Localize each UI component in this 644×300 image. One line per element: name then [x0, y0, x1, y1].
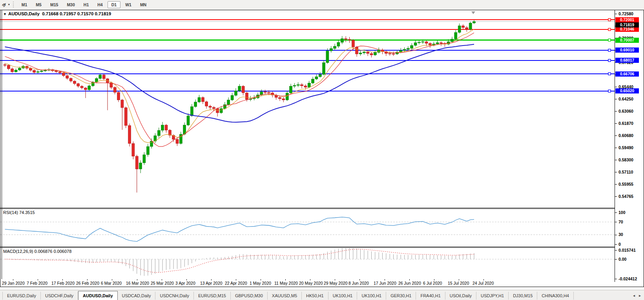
price-tick-label: 0.54765 — [618, 194, 633, 199]
axis-tick — [615, 14, 617, 14]
chart-tab-ger30-h1[interactable]: GER30,H1 — [386, 292, 416, 300]
price-tick-label: 0.60680 — [618, 133, 633, 138]
chart-tab-xauusd-m5[interactable]: XAUUSD,M5 — [268, 292, 302, 300]
chart-tabs: EURUSD,DailyUSDCHF,DailyAUDUSD,DailyUSDC… — [2, 291, 574, 300]
time-axis-tick — [385, 279, 385, 280]
chart-ohlc: 0.71668 0.71957 0.71570 0.71819 — [42, 11, 111, 16]
level-price-label: 0.68017 — [615, 58, 639, 63]
toolbar-grip[interactable] — [13, 2, 15, 7]
date-label: 17 Jun 2020 — [374, 281, 396, 285]
axis-tick — [615, 99, 617, 99]
macd-tick-label: 0.00 — [618, 257, 626, 262]
time-axis[interactable]: 29 Jan 20207 Feb 202017 Feb 202026 Feb 2… — [0, 279, 644, 287]
macd-label: MACD(12,26,9) 0.006876 0.006078 — [3, 249, 71, 254]
macd-tick-label: -0.024412 — [618, 276, 637, 282]
date-label: 29 Jan 2020 — [2, 281, 25, 285]
chart-tab-fra40-h1[interactable]: FRA40,H1 — [416, 292, 445, 300]
chart-tab-usoil-daily[interactable]: USOil,Daily — [445, 292, 476, 300]
axis-tick — [615, 244, 617, 245]
chart-tab-usdcad-daily[interactable]: USDCAD,Daily — [118, 292, 156, 300]
dropdown-caret-icon[interactable]: ▾ — [8, 3, 10, 6]
timeframe-buttons: M1M5M15M30H1H4D1W1MN — [17, 1, 151, 8]
pitchfork-tool-icon[interactable]: ⋔ — [1, 1, 8, 8]
date-label: 25 Mar 2020 — [151, 281, 174, 285]
drawing-tool-group[interactable]: ⋔ ▾ — [0, 0, 12, 9]
axis-tick — [615, 160, 617, 160]
date-label: 20 May 2020 — [299, 281, 323, 285]
tab-scroll-right-icon[interactable]: ▸ — [639, 293, 641, 298]
date-label: 1 May 2020 — [250, 281, 271, 285]
axis-tick — [615, 148, 617, 148]
mt4-window: ⋔ ▾ M1M5M15M30H1H4D1W1MN ▼AUDUSD,Daily 0… — [0, 0, 644, 300]
time-axis-tick — [13, 279, 13, 280]
price-axis[interactable]: 0.725800.713900.702000.690100.678200.666… — [615, 10, 644, 282]
date-label: 22 Apr 2020 — [225, 281, 247, 285]
time-axis-tick — [459, 279, 459, 280]
time-axis-tick — [310, 279, 310, 280]
rsi-tick-label: 0 — [618, 242, 621, 247]
level-price-label: 0.69010 — [615, 48, 639, 53]
chart-symbol: AUDUSD,Daily — [8, 11, 40, 16]
tab-scroll-buttons: ◂ ▸ — [633, 293, 641, 298]
chart-tab-dj30-m15[interactable]: DJ30,M15 — [509, 292, 537, 300]
date-label: 7 Feb 2020 — [27, 281, 47, 285]
tab-scroll-left-icon[interactable]: ◂ — [633, 293, 635, 298]
rsi-tick-label: 100 — [618, 210, 626, 215]
time-axis-tick — [335, 279, 335, 280]
price-tick-label: 0.58300 — [618, 157, 633, 163]
axis-tick — [615, 135, 617, 136]
timeframe-button-m1[interactable]: M1 — [18, 1, 31, 8]
chart-tab-uk100-h1[interactable]: UK100,H1 — [357, 292, 386, 300]
timeframe-button-h1[interactable]: H1 — [80, 1, 93, 8]
rsi-pane[interactable]: RSI(14) 74.3515 — [0, 209, 615, 247]
chart-tab-gbpusd-m30[interactable]: GBPUSD,M30 — [231, 292, 268, 300]
axis-tick — [615, 184, 617, 185]
chart-tab-usdcnh-daily[interactable]: USDCNH,Daily — [155, 292, 194, 300]
chart-tab-china300-h4[interactable]: CHINA300,H4 — [537, 292, 574, 300]
time-axis-tick — [434, 279, 434, 280]
candlestick-chart[interactable] — [0, 10, 615, 208]
chart-tab-usdchf-daily[interactable]: USDCHF,Daily — [41, 292, 78, 300]
timeframe-button-w1[interactable]: W1 — [121, 1, 135, 8]
price-chart-pane[interactable]: ▼AUDUSD,Daily 0.71668 0.71957 0.71570 0.… — [0, 10, 615, 208]
time-axis-tick — [211, 279, 212, 280]
time-axis-tick — [409, 279, 410, 280]
rsi-tick-label: 70 — [618, 220, 623, 225]
level-price-label: 0.70007 — [615, 38, 639, 43]
macd-pane[interactable]: MACD(12,26,9) 0.006876 0.006078 — [0, 248, 615, 279]
chart-tab-uk100-h1[interactable]: UK100,H1 — [328, 292, 358, 300]
date-label: 6 Mar 2020 — [101, 281, 122, 285]
chart-window: ▼AUDUSD,Daily 0.71668 0.71957 0.71570 0.… — [0, 10, 644, 287]
date-label: 26 Feb 2020 — [76, 281, 99, 285]
timeframe-button-m15[interactable]: M15 — [46, 1, 62, 8]
macd-tick-label: 0.015741 — [618, 248, 636, 253]
current-price-label: 0.71819 — [615, 22, 639, 27]
timeframe-button-d1[interactable]: D1 — [108, 1, 120, 8]
axis-tick — [615, 87, 617, 87]
time-axis-tick — [261, 279, 261, 280]
timeframe-button-m30[interactable]: M30 — [63, 1, 78, 8]
rsi-tick-label: 30 — [618, 232, 623, 237]
level-price-label: 0.66706 — [615, 71, 639, 77]
chart-tab-eurusd-daily[interactable]: EURUSD,Daily — [2, 292, 41, 300]
macd-chart[interactable] — [0, 248, 615, 279]
axis-tick — [615, 123, 617, 124]
timeframe-button-m5[interactable]: M5 — [32, 1, 46, 8]
chart-tab-hk50-h1[interactable]: HK50,H1 — [302, 292, 328, 300]
date-label: 16 Mar 2020 — [126, 281, 149, 285]
chart-tab-audusd-daily[interactable]: AUDUSD,Daily — [78, 291, 117, 300]
chart-tab-eurusd-m15[interactable]: EURUSD,M15 — [194, 292, 231, 300]
time-axis-tick — [285, 279, 286, 280]
axis-tick — [615, 172, 617, 172]
time-axis-tick — [87, 279, 88, 280]
date-label: 6 Jul 2020 — [423, 281, 442, 285]
chart-tab-usdjpy-h1[interactable]: USDJPY,H1 — [476, 292, 509, 300]
axis-tick — [615, 235, 617, 235]
timeframe-button-h4[interactable]: H4 — [93, 1, 106, 8]
time-axis-tick — [62, 279, 63, 280]
level-price-label: 0.65020 — [615, 88, 639, 93]
time-axis-tick — [483, 279, 484, 280]
rsi-label: RSI(14) 74.3515 — [3, 210, 35, 215]
rsi-chart[interactable] — [0, 209, 615, 247]
timeframe-button-mn[interactable]: MN — [136, 1, 150, 8]
